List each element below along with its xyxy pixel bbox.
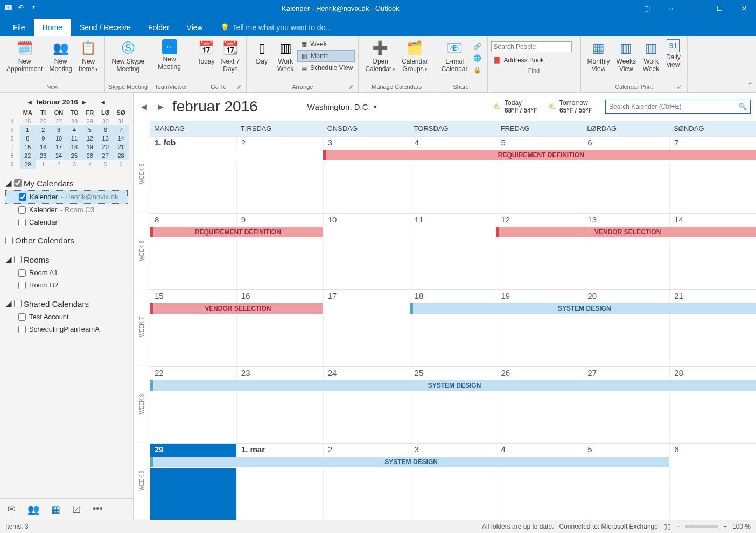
calendar-day[interactable]: 2 [236,137,323,150]
calendar-search-input[interactable] [609,103,739,110]
people-nav-icon[interactable]: 👥 [27,503,39,515]
calendar-day[interactable]: 5 [583,444,669,457]
calendar-day[interactable]: 10 [323,214,410,227]
new-skype-meeting-button[interactable]: Ⓢ New Skype Meeting [108,38,148,82]
rooms-checkbox[interactable] [14,256,22,263]
workweek-print-button[interactable]: ▥Work Week [639,38,663,82]
tab-file[interactable]: File [4,19,34,36]
dialog-launcher-icon[interactable]: ⤢ [676,83,683,90]
calendar-day[interactable]: 3 [410,444,496,457]
search-icon[interactable]: 🔍 [739,103,747,110]
calendar-day[interactable]: 25 [410,367,496,380]
more-nav-icon[interactable]: ••• [93,503,103,515]
calendar-day[interactable]: 8 [150,214,236,227]
calendar-day[interactable]: 6 [669,444,756,457]
undo-icon[interactable]: ↶ [18,4,28,13]
calendar-tree-item[interactable]: Test Account [5,311,128,323]
calendar-permissions-button[interactable]: 🔒 [471,64,484,76]
today-button[interactable]: 📅 Today [194,38,218,82]
shared-calendars-group[interactable]: ◢ Shared Calendars [5,297,128,311]
new-appointment-button[interactable]: 🗓️ New Appointment [3,38,46,82]
week-view-button[interactable]: ▦Week [297,38,355,50]
calendar-day[interactable]: 1. feb [150,137,236,150]
calendar-item-checkbox[interactable] [18,313,26,321]
calendar-day[interactable]: 1. mar [236,444,323,457]
calendar-nav-icon[interactable]: ▦ [51,503,60,515]
week-row[interactable]: 291. mar23456SYSTEM DESIGN [150,443,756,520]
my-calendars-checkbox[interactable] [14,179,22,187]
tab-home[interactable]: Home [34,19,71,36]
search-people-input[interactable] [491,41,572,52]
prev-month-icon[interactable]: ◂ [28,98,32,106]
calendar-day[interactable]: 19 [496,290,583,303]
zoom-in-icon[interactable]: + [723,523,727,530]
calendar-day[interactable]: 21 [669,290,756,303]
calendar-day[interactable]: 27 [583,367,669,380]
my-calendars-group[interactable]: ◢ My Calendars [5,176,128,190]
calendar-tree-item[interactable]: SchedulingPlanTeamA [5,323,128,335]
daily-view-print-button[interactable]: 31Daily view [663,38,684,82]
calendar-day[interactable]: 17 [323,290,410,303]
calendar-item-checkbox[interactable] [18,219,26,226]
dialog-launcher-icon[interactable]: ⤢ [235,83,242,90]
calendar-day[interactable]: 13 [583,214,669,227]
calendar-day[interactable]: 26 [496,367,583,380]
next-period-icon[interactable]: ▶ [156,100,166,113]
weather-location[interactable]: Washington, D.C.▾ [307,102,376,111]
calendar-day[interactable]: 5 [496,137,583,150]
calendar-day[interactable]: 2 [323,444,410,457]
calendar-event[interactable]: VENDOR SELECTION [150,303,323,314]
week-row[interactable]: 891011121314REQUIREMENT DEFINITIONVENDOR… [150,213,756,290]
collapse-ribbon-icon[interactable]: ⌃ [747,81,753,89]
calendar-groups-button[interactable]: 🗂️ Calendar Groups [398,38,431,82]
week-row[interactable]: 1. feb234567REQUIREMENT DEFINITION [150,136,756,213]
calendar-day[interactable]: 9 [236,214,323,227]
calendar-tree-item[interactable]: Room B2 [5,279,128,291]
calendar-day[interactable]: 3 [323,137,410,150]
calendar-event[interactable]: SYSTEM DESIGN [150,380,756,391]
calendar-item-checkbox[interactable] [18,326,26,333]
new-teamviewer-meeting-button[interactable]: ↔ New Meeting [155,38,184,82]
calendar-day[interactable]: 12 [496,214,583,227]
tab-send-receive[interactable]: Send / Receive [71,19,139,36]
day-view-button[interactable]: ▯ Day [250,38,274,82]
calendar-day[interactable]: 24 [323,367,410,380]
calendar-tree-item[interactable]: Kalender - Room C3 [5,204,128,216]
email-calendar-button[interactable]: 📧 E-mail Calendar [438,38,471,82]
calendar-item-checkbox[interactable] [18,282,26,289]
work-week-button[interactable]: ▥ Work Week [274,38,297,82]
calendar-day[interactable]: 28 [669,367,756,380]
schedule-view-button[interactable]: ▤Schedule View [297,62,355,74]
qat-dropdown-icon[interactable]: ▾ [32,4,42,13]
maximize-button[interactable]: ☐ [708,0,732,17]
tasks-nav-icon[interactable]: ☑ [72,503,81,515]
view-toggle-icon[interactable]: ▯▯ [663,523,671,530]
calendar-tree-item[interactable]: Calendar [5,216,128,228]
calendar-day[interactable]: 7 [669,137,756,150]
calendar-event[interactable]: SYSTEM DESIGN [410,303,756,314]
calendar-day[interactable]: 4 [496,444,583,457]
calendar-event[interactable]: REQUIREMENT DEFINITION [150,227,323,237]
calendar-tree-item[interactable]: Room A1 [5,266,128,279]
calendar-day[interactable]: 4 [410,137,496,150]
rooms-group[interactable]: ◢ Rooms [5,253,128,266]
tab-folder[interactable]: Folder [139,19,178,36]
collapse-panel-icon[interactable]: ◂ [101,98,105,106]
publish-online-button[interactable]: 🌐 [471,52,484,64]
calendar-day[interactable]: 16 [236,290,323,303]
address-book-button[interactable]: 📕Address Book [491,54,577,66]
weeks-view-print-button[interactable]: ▥Weeks View [613,38,639,82]
new-items-button[interactable]: 📋 New Items [75,38,101,82]
zoom-out-icon[interactable]: − [676,523,680,530]
calendar-item-checkbox[interactable] [19,193,26,201]
calendar-item-checkbox[interactable] [18,269,26,277]
mini-calendar[interactable]: ◂ februar 2016 ▸ ◂ MATIONTOFRLØSØ4252627… [0,93,133,172]
next-7-days-button[interactable]: 📆 Next 7 Days [218,38,243,82]
calendar-day[interactable]: 22 [150,367,236,380]
win-fullscreen-icon[interactable]: ↔ [659,0,683,17]
open-calendar-button[interactable]: ➕ Open Calendar [362,38,398,82]
calendar-item-checkbox[interactable] [18,206,26,214]
other-calendars-group[interactable]: Other Calendars [5,234,128,247]
week-row[interactable]: 15161718192021VENDOR SELECTIONSYSTEM DES… [150,289,756,366]
calendar-tree-item[interactable]: Kalender - Henrik@novix.dk [5,190,128,204]
